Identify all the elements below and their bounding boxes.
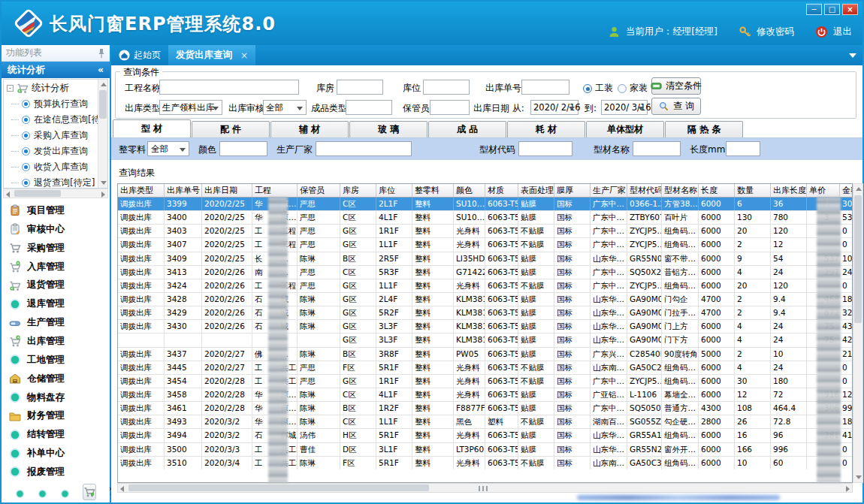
tab-home[interactable]: 起始页 [111,45,168,65]
pin-icon[interactable] [98,48,105,59]
column-header-3[interactable]: 工程 [252,184,298,197]
table-horizontal-scrollbar[interactable] [117,483,853,493]
sidebar-item-12[interactable]: 结转管理 [9,426,110,444]
scroll-up-icon[interactable] [856,187,862,191]
scroll-up-icon[interactable] [101,83,107,86]
table-row[interactable]: 调拨出库34582020/2/28华原…陈琳C区4L1F整料光身料6063-T5… [118,388,852,402]
column-header-9[interactable]: 材质 [485,184,518,197]
column-header-13[interactable]: 型材代码 [627,184,662,197]
scroll-left-icon[interactable] [6,192,10,198]
sidebar-item-4[interactable]: 退货管理 [9,276,110,294]
column-header-18[interactable]: 单价 [807,184,840,197]
search-button[interactable]: 查 询 [651,98,701,115]
tab-shipment-outbound-query[interactable]: 发货出库查询 × [168,45,255,65]
sidebar-item-14[interactable]: 报废管理 [9,463,110,481]
material-tab-1[interactable]: 配 件 [192,121,270,137]
tab-list-dropdown-icon[interactable] [849,53,856,58]
sidebar-item-3[interactable]: 入库管理 [9,258,110,276]
tree-item-0[interactable]: 预算执行查询 [4,96,98,112]
change-password-link[interactable]: 修改密码 [757,26,794,38]
logout-link[interactable]: 退出 [833,26,852,38]
material-tab-2[interactable]: 辅 材 [270,121,349,137]
tree-horizontal-scrollbar[interactable] [3,189,108,198]
table-row[interactable]: 调拨出库34132020/2/26南…严思C区5R3F整料G714226063-… [118,266,852,279]
scroll-down-icon[interactable] [856,475,862,479]
tree-hscroll-thumb[interactable] [14,190,61,197]
sidebar-item-10[interactable]: 物料盘存 [9,388,110,406]
location-input[interactable] [423,80,470,95]
audit-combo[interactable]: 全部 [263,100,307,115]
sidebar-item-2[interactable]: 采购管理 [9,239,110,257]
table-row[interactable]: 调拨出库35102020/3/4工共工程陈琳F区5R1F整料光身料6063-T5… [118,457,852,469]
length-input[interactable] [726,141,760,156]
tree-item-2[interactable]: 采购入库查询 [4,128,98,143]
scroll-down-icon[interactable] [101,181,107,185]
tree-root-statistics[interactable]: -统计分析 [4,80,98,96]
scroll-left-icon[interactable] [120,486,124,492]
sidebar-section-header[interactable]: 统计分析 « [2,62,110,78]
table-row[interactable]: 调拨出库34452020/2/27工共工程严思F区5R1F整料光身料6063-T… [118,361,852,375]
tree-scroll-thumb[interactable] [99,90,107,119]
sidebar-item-9[interactable]: 仓储管理 [9,370,110,388]
keeper-input[interactable] [430,100,470,115]
teal-dot-icon[interactable] [15,487,25,497]
table-row[interactable]: 调拨出库34372020/2/27佛…陈琳B区3R8F整料PW056063-T5… [118,348,852,361]
column-header-17[interactable]: 出库长度 [771,184,807,197]
date-to-picker[interactable]: 2020/ 3/16 [601,100,648,115]
column-header-7[interactable]: 整零料 [412,184,454,197]
date-from-picker[interactable]: 2020/ 2/16 [530,100,579,115]
material-tab-4[interactable]: 成 品 [428,121,506,137]
tree-item-1[interactable]: 在途信息查询[待定] [4,112,98,128]
table-row[interactable]: 调拨出库34282020/2/26石城陈琳G区2L4F整料KLM38176063… [118,293,852,306]
name-input[interactable] [633,141,681,156]
column-header-10[interactable]: 表面处理 [518,184,554,197]
column-header-4[interactable]: 保管员 [298,184,340,197]
table-row[interactable]: G区3L3F整料KLM38176063-T5贴膜国标山东华…GA90M09.门下… [118,333,852,347]
table-hscroll-thumb[interactable] [128,484,429,491]
column-header-14[interactable]: 型材名称 [662,184,699,197]
sidebar-item-1[interactable]: 审核中心 [9,220,110,238]
sidebar-item-5[interactable]: 退库管理 [9,295,110,313]
table-row[interactable]: 调拨出库34002020/2/25华原…严思C区4L1F整料SU10…6063-… [118,211,852,225]
scroll-right-icon[interactable] [101,192,105,198]
cart-toolbar-button[interactable] [83,484,96,500]
close-button[interactable]: × [842,4,858,15]
column-header-8[interactable]: 颜色 [454,184,485,197]
color-input[interactable] [219,141,267,156]
code-input[interactable] [518,141,572,156]
tree-item-5[interactable]: 退货查询[待定] [4,175,98,188]
table-row[interactable]: 调拨出库35002020/3/3工共工程曹佳D区3L1F整料LT3P606063… [118,443,852,457]
table-row[interactable]: 调拨出库34242020/2/26工工程严思G区1L1F整料光身料6063-T5… [118,279,852,293]
sidebar-item-13[interactable]: 补单中心 [9,445,110,463]
radio-gongzhuang[interactable]: 工装 [583,82,613,95]
teal-dot-icon[interactable] [60,487,70,497]
table-row[interactable]: 调拨出库34302020/2/26石城陈琳G区3L3F整料KLM38176063… [118,320,852,333]
out-type-combo[interactable]: 生产领料出库 [159,100,222,115]
table-row[interactable]: 调拨出库34932020/3/2华原…陈琳C区1L1F整料黑色塑料不贴膜国标湖南… [118,415,852,429]
material-tab-5[interactable]: 耗 材 [507,121,585,137]
teal-dot-icon[interactable] [38,487,47,497]
sidebar-item-11[interactable]: 财务管理 [9,407,110,425]
table-row[interactable]: 调拨出库34612020/2/28华原…陈琳B区1R2F整料F8877FT606… [118,402,852,415]
tree-vertical-scrollbar[interactable] [98,80,107,188]
column-header-1[interactable]: 出库单号 [165,184,202,197]
column-header-5[interactable]: 库房 [340,184,376,197]
clear-conditions-button[interactable]: 清空条件 [651,77,701,95]
product-type-input[interactable] [346,100,392,115]
table-vscroll-thumb[interactable] [854,195,862,323]
table-vertical-scrollbar[interactable] [853,183,863,483]
table-row[interactable]: 调拨出库34942020/3/2石辉城汤伟H区5R1F整料光身料6063-T5贴… [118,429,852,442]
column-header-19[interactable]: 金额 [840,184,853,197]
material-tab-6[interactable]: 单体型材 [586,121,664,137]
table-row[interactable]: 调拨出库34032020/2/25工工程严思G区1R1F整料光身料6063-T5… [118,225,852,238]
tab-close-icon[interactable]: × [240,50,248,61]
order-no-input[interactable] [521,80,569,95]
maximize-button[interactable]: □ [824,4,840,15]
column-header-11[interactable]: 膜厚 [554,184,591,197]
table-row[interactable]: 调拨出库33992020/2/25华原…严思C区2L1F整料SU10…6063-… [118,198,852,211]
sidebar-item-7[interactable]: 出库管理 [9,332,110,350]
minimize-button[interactable]: ─ [806,4,822,15]
tree-item-3[interactable]: 发货出库查询 [4,143,98,159]
radio-jiazhuang[interactable]: 家装 [618,82,648,95]
tree-item-4[interactable]: 收货入库查询 [4,159,98,175]
